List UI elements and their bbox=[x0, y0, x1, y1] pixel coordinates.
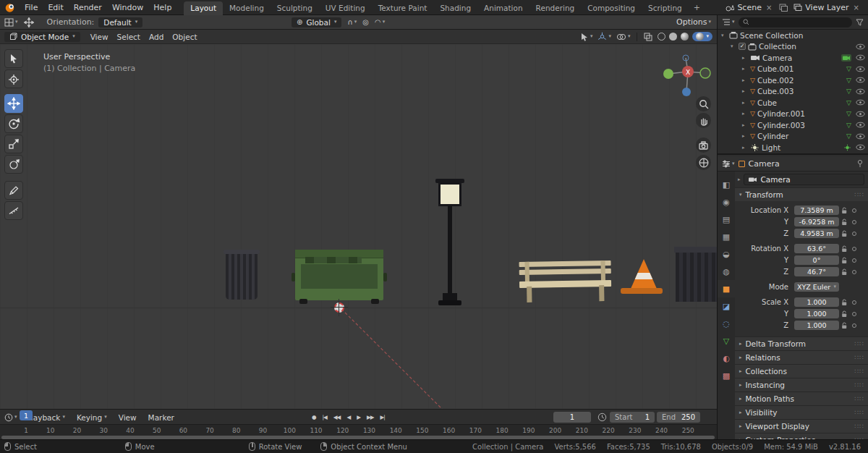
mesh-data-icon[interactable]: ▽ bbox=[846, 99, 851, 106]
lock-icon[interactable] bbox=[839, 207, 850, 214]
scene-selector[interactable]: Scene × bbox=[726, 3, 773, 12]
disclosure-icon[interactable]: ▾ bbox=[721, 33, 727, 38]
disclosure-icon[interactable]: ▸ bbox=[742, 122, 748, 128]
active-tool-move-icon[interactable] bbox=[24, 17, 34, 27]
annotate-tool-button[interactable] bbox=[4, 181, 23, 200]
select-tool-button[interactable] bbox=[4, 49, 23, 68]
lock-icon[interactable] bbox=[839, 310, 850, 318]
pin-icon[interactable] bbox=[856, 159, 864, 168]
viewport-scene[interactable]: User Perspective (1) Collection | Camera bbox=[0, 44, 717, 409]
transport-button-jump-end[interactable]: ▶| bbox=[378, 412, 387, 422]
panel-grip-icon[interactable]: ∷∷ bbox=[855, 368, 864, 375]
workspace-tab[interactable]: Shading bbox=[433, 1, 477, 15]
properties-tab-physics[interactable]: ◌ bbox=[718, 315, 735, 332]
outliner-row[interactable]: ▸ ▾ ✓ ▽ Cube ▽ bbox=[718, 97, 868, 109]
snap-toggle[interactable]: ∩ ▾ bbox=[347, 19, 357, 26]
filter-icon[interactable] bbox=[856, 19, 864, 26]
viewport-menu[interactable]: Object bbox=[168, 31, 201, 43]
move-tool-button[interactable] bbox=[4, 94, 23, 113]
disclosure-icon[interactable]: ▸ bbox=[742, 100, 748, 106]
properties-tab-texture[interactable]: ▩ bbox=[718, 367, 735, 384]
dark-container-object[interactable] bbox=[676, 250, 717, 302]
visibility-eye-icon[interactable] bbox=[856, 54, 865, 61]
rotate-tool-button[interactable] bbox=[4, 114, 23, 133]
number-field[interactable]: -6.9258 m bbox=[794, 217, 839, 226]
remove-view-layer-button[interactable]: × bbox=[852, 4, 861, 12]
animate-dot[interactable] bbox=[852, 232, 856, 236]
cursor-tool-button[interactable] bbox=[4, 69, 23, 88]
panel-grip-icon[interactable]: ∷∷ bbox=[855, 354, 864, 361]
disclosure-icon[interactable]: ▾ bbox=[731, 43, 736, 49]
shading-material-button[interactable] bbox=[681, 33, 689, 41]
menu[interactable]: Edit bbox=[43, 1, 68, 14]
shading-solid-button[interactable] bbox=[669, 33, 677, 41]
number-field[interactable]: 1.000 bbox=[794, 321, 839, 330]
outliner-row[interactable]: ▸ ▾ ✓ ▽ Cylinder.003 ▽ bbox=[718, 119, 868, 131]
scale-tool-button[interactable] bbox=[4, 135, 23, 153]
search-input[interactable] bbox=[752, 18, 848, 26]
mesh-data-icon[interactable]: ▽ bbox=[846, 110, 851, 117]
mesh-data-icon[interactable]: ▽ bbox=[846, 65, 851, 72]
outliner-row[interactable]: ▸ ▾ ✓ ▽ Cube.003 ▽ bbox=[718, 86, 868, 98]
outliner-row[interactable]: ▸ ▾ ✓ ▽ Cube.001 ▽ bbox=[718, 64, 868, 75]
gizmo-z[interactable] bbox=[682, 88, 691, 96]
animate-dot[interactable] bbox=[852, 300, 856, 305]
mode-dropdown[interactable]: Object Mode ▾ bbox=[4, 32, 80, 42]
viewport-menu[interactable]: Add bbox=[145, 31, 168, 43]
panel-header[interactable]: ▸ Delta Transform ∷∷ bbox=[735, 336, 868, 350]
viewport-menu[interactable]: View bbox=[86, 31, 113, 43]
properties-tab-world[interactable]: ◍ bbox=[718, 263, 735, 280]
options-dropdown[interactable]: Options ▾ bbox=[676, 17, 711, 27]
workspace-tab[interactable]: Sculpting bbox=[271, 1, 319, 15]
disclosure-icon[interactable]: ▸ bbox=[742, 77, 748, 83]
lock-icon[interactable] bbox=[839, 268, 850, 276]
unlink-scene-button[interactable]: × bbox=[765, 4, 773, 12]
object-id-field[interactable]: Camera bbox=[744, 174, 864, 185]
ortho-toggle-button[interactable] bbox=[696, 155, 711, 170]
gizmo-y[interactable] bbox=[663, 69, 673, 79]
outliner-row[interactable]: ▸ ▾ ✓ ▽ Collection ▽ bbox=[718, 41, 868, 53]
transport-button-next-keyframe[interactable]: ▶▶ bbox=[365, 412, 376, 422]
transport-button-play-reverse[interactable]: ◀ bbox=[344, 412, 352, 422]
disclosure-icon[interactable]: ▸ bbox=[742, 55, 748, 61]
panel-header[interactable]: ▸ Viewport Display ∷∷ bbox=[735, 419, 868, 433]
panel-header[interactable]: ▸ Instancing ∷∷ bbox=[735, 378, 868, 391]
animate-dot[interactable] bbox=[852, 208, 856, 213]
properties-tab-object-data[interactable]: ▽ bbox=[718, 332, 735, 350]
properties-tab-material[interactable]: ◐ bbox=[718, 350, 735, 367]
outliner-row[interactable]: ▸ ▾ ✓ ▽ Scene Collection ▽ bbox=[718, 30, 868, 41]
visibility-eye-icon[interactable] bbox=[856, 99, 865, 106]
view-menu[interactable]: View bbox=[114, 412, 142, 423]
shading-wireframe-button[interactable] bbox=[658, 33, 665, 41]
panel-header[interactable]: ▸ Visibility ∷∷ bbox=[735, 405, 868, 419]
viewport-3d[interactable]: Object Mode ▾ ViewSelectAddObject ▾ ▾ ▾ bbox=[0, 30, 717, 409]
animate-dot[interactable] bbox=[852, 312, 856, 316]
gizmo-y-neg[interactable] bbox=[700, 68, 710, 78]
panel-header[interactable]: ▸ Relations ∷∷ bbox=[735, 350, 868, 364]
outliner-row[interactable]: ▸ ▾ ✓ ▽ Camera ▽ bbox=[718, 52, 868, 64]
number-field[interactable]: 4.9583 m bbox=[794, 229, 839, 238]
panel-header[interactable]: ▸ Collections ∷∷ bbox=[735, 364, 868, 378]
pivot-dropdown[interactable]: ⊕ Global ▾ bbox=[292, 17, 341, 27]
editor-type-button[interactable]: ▾ bbox=[4, 18, 18, 27]
menu[interactable]: Help bbox=[148, 1, 176, 14]
number-field[interactable]: 46.7° bbox=[794, 267, 839, 276]
animate-dot[interactable] bbox=[852, 258, 856, 263]
properties-tab-object[interactable]: ■ bbox=[718, 280, 735, 297]
number-field[interactable]: 1.000 bbox=[794, 309, 839, 318]
marker-menu[interactable]: Marker bbox=[143, 412, 179, 423]
lock-icon[interactable] bbox=[839, 322, 850, 329]
menu[interactable]: Render bbox=[69, 1, 107, 14]
disclosure-icon[interactable]: ▸ bbox=[742, 88, 748, 94]
panel-header[interactable]: ▸ Custom Properties ∷∷ bbox=[735, 433, 868, 439]
transport-button-play[interactable]: ▶ bbox=[354, 412, 362, 422]
transport-button-prev-keyframe[interactable]: ◀◀ bbox=[331, 412, 343, 422]
light-data-icon[interactable] bbox=[843, 144, 851, 151]
panel-grip-icon[interactable]: ∷∷ bbox=[855, 191, 864, 198]
outliner-row[interactable]: ▸ ▾ ✓ ▽ Light ▽ bbox=[718, 142, 868, 153]
collection-checkbox[interactable]: ✓ bbox=[739, 43, 746, 50]
timeline-editor-type-button[interactable]: ▾ bbox=[4, 413, 17, 422]
blender-logo-icon[interactable] bbox=[4, 2, 15, 13]
properties-tab-output[interactable]: ▤ bbox=[718, 211, 735, 228]
visibility-eye-icon[interactable] bbox=[856, 88, 865, 95]
